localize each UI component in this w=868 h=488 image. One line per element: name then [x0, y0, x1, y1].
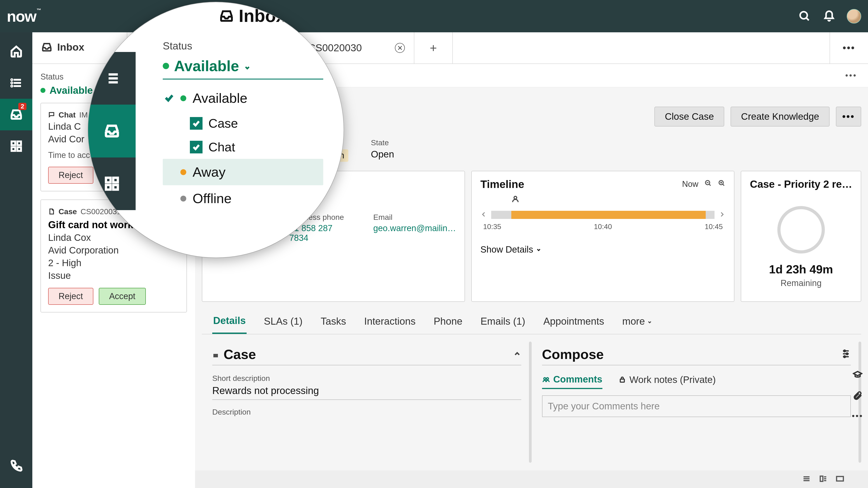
accept-button[interactable]: Accept — [99, 288, 146, 305]
svg-rect-45 — [106, 178, 111, 182]
close-icon[interactable]: ✕ — [395, 43, 405, 53]
rail-inbox[interactable]: 2 — [0, 99, 32, 130]
tab-appointments[interactable]: Appointments — [542, 308, 605, 334]
magnifier-overlay: Inbox Status Available Available Case Ch… — [88, 2, 344, 258]
status-option-offline[interactable]: Offline — [163, 185, 323, 212]
collapse-icon[interactable] — [513, 350, 521, 359]
status-dot-icon — [180, 169, 186, 175]
svg-rect-48 — [113, 185, 118, 190]
compose-tab-worknotes[interactable]: Work notes (Private) — [618, 374, 716, 389]
email-label: Email — [373, 213, 456, 222]
svg-rect-10 — [11, 147, 15, 151]
tab-details[interactable]: Details — [212, 308, 247, 334]
attachment-icon[interactable] — [847, 391, 868, 400]
svg-rect-37 — [820, 476, 823, 481]
mag-rail-inbox[interactable] — [88, 105, 135, 157]
subbar-more-icon[interactable]: ••• — [845, 71, 857, 80]
compose-tab-comments[interactable]: Comments — [542, 374, 602, 389]
sla-title: Case - Priority 2 re… — [750, 178, 852, 190]
detail-tabs: Details SLAs (1) Tasks Interactions Phon… — [202, 308, 861, 334]
status-dot-icon — [180, 196, 186, 201]
split-view-icon[interactable] — [819, 474, 828, 484]
compose-column: Compose Comments Work notes (Private) Ty… — [532, 338, 862, 466]
rail-list[interactable] — [0, 67, 32, 99]
tab-more[interactable]: ••• — [830, 32, 868, 64]
card-company: Avid Corporation — [48, 245, 179, 256]
chevron-down-icon — [244, 57, 251, 74]
tab-new-label: + — [430, 41, 437, 55]
close-case-button[interactable]: Close Case — [654, 107, 724, 127]
compose-title: Compose — [542, 347, 604, 362]
reject-button[interactable]: Reject — [48, 167, 93, 184]
timeline-ticks: 10:35 10:40 10:45 — [480, 223, 725, 231]
inbox-badge: 2 — [18, 103, 26, 110]
svg-point-7 — [11, 86, 12, 87]
create-knowledge-button[interactable]: Create Knowledge — [731, 107, 830, 127]
chevron-down-icon — [647, 316, 652, 327]
right-more-icon[interactable]: ••• — [847, 412, 868, 420]
bell-icon[interactable] — [822, 9, 836, 23]
checkbox-checked-icon[interactable] — [190, 141, 203, 153]
chevron-left-icon[interactable] — [480, 211, 487, 219]
tab-interactions[interactable]: Interactions — [363, 308, 416, 334]
card-type-label: Case — [59, 207, 77, 216]
tab-more[interactable]: more — [621, 308, 653, 334]
tab-new[interactable]: + — [414, 32, 453, 64]
checkbox-checked-icon[interactable] — [190, 117, 203, 130]
tab-tasks[interactable]: Tasks — [320, 308, 347, 334]
check-icon — [164, 90, 174, 106]
svg-rect-47 — [106, 185, 111, 190]
status-channel-case[interactable]: Case — [163, 111, 323, 135]
card-view-icon[interactable] — [835, 474, 844, 484]
rail-home[interactable] — [0, 35, 32, 67]
search-icon[interactable] — [798, 9, 811, 23]
svg-point-30 — [544, 378, 546, 380]
short-desc-label: Short description — [212, 374, 521, 383]
timeline-bar[interactable] — [491, 211, 715, 219]
sla-remaining: Remaining — [750, 278, 852, 288]
rail-phone[interactable] — [0, 450, 32, 481]
mag-status-label: Status — [163, 40, 323, 52]
details-column: Case Short description Rewards not proce… — [202, 338, 532, 466]
show-details-toggle[interactable]: Show Details — [480, 245, 725, 255]
rail-apps[interactable] — [0, 130, 32, 162]
status-dot-icon — [180, 95, 186, 101]
mag-status-dropdown[interactable]: Available — [163, 57, 323, 79]
tab-slas[interactable]: SLAs (1) — [263, 308, 303, 334]
svg-rect-41 — [837, 477, 843, 481]
zoom-out-icon[interactable] — [705, 180, 712, 189]
tab-inbox-label: Inbox — [57, 41, 84, 53]
timeline-panel: Timeline Now 10:35 10:40 10:45 — [471, 171, 735, 302]
short-desc-value[interactable]: Rewards not processing — [212, 385, 521, 400]
graduation-cap-icon[interactable] — [847, 370, 868, 380]
svg-rect-8 — [11, 141, 15, 145]
comments-input[interactable]: Type your Comments here — [542, 395, 851, 417]
sla-time: 1d 23h 49m — [750, 263, 852, 276]
state-label: State — [371, 138, 394, 147]
right-rail: ••• — [847, 88, 868, 420]
status-channel-chat[interactable]: Chat — [163, 135, 323, 159]
svg-rect-11 — [17, 147, 21, 151]
status-option-available[interactable]: Available — [163, 85, 323, 111]
list-view-icon[interactable] — [802, 474, 811, 484]
tab-emails[interactable]: Emails (1) — [480, 308, 526, 334]
chevron-right-icon[interactable] — [719, 211, 725, 219]
zoom-in-icon[interactable] — [718, 180, 725, 189]
reject-button[interactable]: Reject — [48, 288, 93, 305]
avatar[interactable] — [847, 9, 861, 24]
drag-handle-icon[interactable] — [212, 347, 219, 362]
timeline-title: Timeline — [480, 178, 524, 191]
status-dot-icon — [163, 63, 169, 69]
status-option-away[interactable]: Away — [163, 159, 323, 185]
card-type-label: Chat — [59, 110, 76, 119]
document-icon — [48, 207, 55, 216]
user-marker-icon — [511, 195, 520, 208]
tab-phone[interactable]: Phone — [433, 308, 463, 334]
section-title: Case — [223, 347, 256, 362]
desc-label: Description — [212, 408, 521, 416]
email-value[interactable]: geo.warren@mailin… — [373, 223, 456, 233]
svg-point-6 — [11, 83, 12, 84]
sla-gauge — [777, 206, 825, 254]
timeline-now-label: Now — [682, 180, 698, 189]
svg-line-1 — [806, 18, 809, 20]
